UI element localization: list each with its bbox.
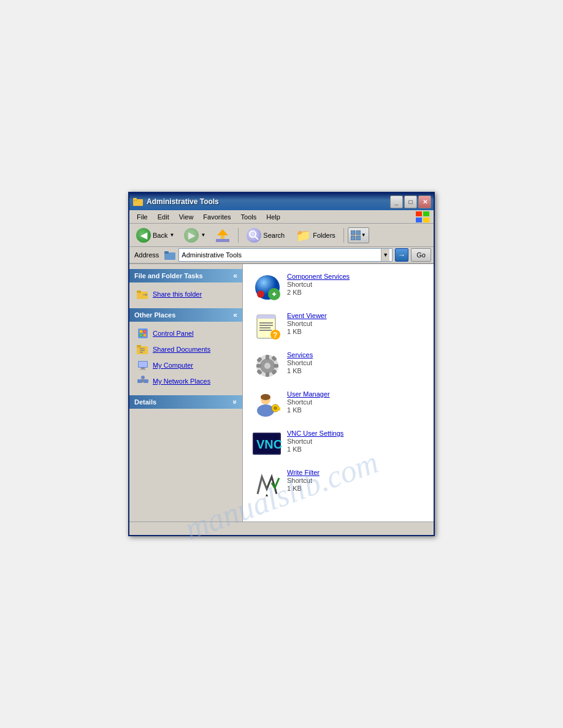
- event-viewer-type: Shortcut: [287, 320, 327, 327]
- svg-rect-15: [356, 236, 361, 240]
- svg-rect-4: [423, 211, 429, 216]
- vnc-name[interactable]: VNC User Settings: [287, 430, 343, 437]
- address-input-wrapper: ▼: [178, 248, 393, 262]
- address-input[interactable]: [182, 251, 378, 259]
- address-dropdown[interactable]: ▼: [381, 249, 389, 261]
- user-manager-info: User Manager Shortcut 1 KB: [287, 390, 330, 414]
- menu-favorites[interactable]: Favorites: [198, 212, 236, 222]
- go-arrow-button[interactable]: →: [395, 248, 408, 262]
- svg-rect-28: [140, 350, 145, 351]
- services-info: Services Shortcut 1 KB: [287, 351, 313, 374]
- address-label: Address: [132, 251, 161, 259]
- file-folder-tasks-header[interactable]: File and Folder Tasks «: [129, 269, 242, 282]
- file-folder-tasks-title: File and Folder Tasks: [134, 272, 203, 279]
- svg-rect-33: [140, 369, 146, 370]
- menu-file[interactable]: File: [132, 212, 153, 222]
- share-folder-link[interactable]: Share this folder: [134, 286, 237, 302]
- file-item-event-viewer[interactable]: ? Event Viewer Shortcut 1 KB: [248, 308, 429, 345]
- user-manager-name[interactable]: User Manager: [287, 390, 330, 398]
- other-places-title: Other Places: [134, 311, 175, 319]
- services-icon: [253, 351, 282, 381]
- svg-point-65: [261, 394, 270, 400]
- svg-point-10: [250, 231, 256, 237]
- file-item-user-manager[interactable]: User Manager Shortcut 1 KB: [248, 387, 429, 423]
- details-header[interactable]: Details: [129, 395, 242, 409]
- other-places-section: Other Places «: [129, 308, 242, 392]
- other-places-content: Control Panel: [129, 323, 242, 392]
- file-item-vnc[interactable]: VNC VNC User Settings Shortcut 1 KB: [248, 426, 429, 463]
- minimize-button[interactable]: _: [390, 195, 403, 208]
- menu-edit[interactable]: Edit: [153, 212, 174, 222]
- svg-rect-9: [216, 239, 229, 242]
- up-icon: [215, 228, 230, 243]
- component-services-name[interactable]: Component Services: [287, 273, 350, 280]
- menu-view[interactable]: View: [174, 212, 199, 222]
- folders-label: Folders: [313, 232, 335, 239]
- component-services-icon: [253, 273, 282, 302]
- write-filter-name[interactable]: Write Filter: [287, 469, 320, 476]
- search-label: Search: [263, 232, 285, 239]
- services-name[interactable]: Services: [287, 351, 313, 358]
- my-computer-link[interactable]: My Computer: [134, 357, 237, 373]
- menu-help[interactable]: Help: [261, 212, 285, 222]
- svg-rect-32: [141, 368, 145, 369]
- back-icon: ◀: [136, 228, 151, 243]
- explorer-window: Administrative Tools _ □ ✕ File Edit Vie…: [128, 192, 435, 536]
- vnc-size: 1 KB: [287, 446, 343, 453]
- other-places-collapse-icon: «: [233, 311, 237, 319]
- svg-point-54: [264, 363, 270, 369]
- svg-point-43: [257, 290, 264, 298]
- svg-rect-34: [137, 379, 142, 383]
- svg-rect-12: [351, 230, 355, 235]
- svg-rect-19: [137, 290, 141, 293]
- svg-rect-58: [274, 364, 278, 368]
- toolbar-sep-2: [343, 228, 344, 243]
- svg-rect-13: [356, 230, 361, 235]
- menu-tools[interactable]: Tools: [236, 212, 262, 222]
- search-button[interactable]: Search: [242, 226, 289, 245]
- svg-rect-20: [138, 328, 148, 338]
- back-button[interactable]: ◀ Back ▼: [132, 226, 178, 245]
- title-bar-left: Administrative Tools: [133, 197, 219, 207]
- svg-rect-45: [257, 315, 275, 319]
- control-panel-label: Control Panel: [153, 330, 194, 337]
- svg-rect-31: [139, 362, 147, 367]
- svg-rect-5: [416, 218, 422, 222]
- svg-marker-73: [266, 494, 268, 496]
- details-title: Details: [134, 398, 156, 406]
- maximize-button[interactable]: □: [404, 195, 417, 208]
- svg-rect-55: [266, 355, 269, 360]
- control-panel-link[interactable]: Control Panel: [134, 325, 237, 341]
- file-item-component-services[interactable]: Component Services Shortcut 2 KB: [248, 269, 429, 306]
- go-button[interactable]: Go: [411, 248, 431, 262]
- menu-bar: File Edit View Favorites Tools Help: [129, 210, 434, 224]
- window-title: Administrative Tools: [147, 197, 219, 206]
- vnc-type: Shortcut: [287, 438, 343, 445]
- svg-point-67: [274, 406, 277, 410]
- forward-button[interactable]: ▶ ▼: [181, 226, 209, 245]
- vnc-icon: VNC: [253, 430, 282, 459]
- close-button[interactable]: ✕: [418, 195, 431, 208]
- other-places-header[interactable]: Other Places «: [129, 308, 242, 322]
- svg-rect-56: [266, 372, 269, 377]
- svg-rect-38: [142, 378, 144, 382]
- svg-point-22: [144, 330, 147, 333]
- views-button[interactable]: ▼: [348, 227, 369, 243]
- right-panel: Component Services Shortcut 2 KB: [243, 264, 434, 521]
- user-manager-type: Shortcut: [287, 398, 330, 406]
- file-item-write-filter[interactable]: Write Filter Shortcut 1 KB: [248, 465, 429, 502]
- svg-rect-42: [274, 292, 275, 296]
- back-label: Back: [153, 232, 167, 239]
- up-button[interactable]: [211, 226, 234, 245]
- share-folder-icon: [137, 288, 149, 300]
- shared-documents-link[interactable]: Shared Documents: [134, 341, 237, 357]
- my-network-places-link[interactable]: My Network Places: [134, 373, 237, 389]
- svg-rect-68: [278, 408, 280, 409]
- event-viewer-size: 1 KB: [287, 328, 327, 335]
- title-bar: Administrative Tools _ □ ✕: [129, 193, 434, 210]
- file-item-services[interactable]: Services Shortcut 1 KB: [248, 347, 429, 384]
- event-viewer-name[interactable]: Event Viewer: [287, 312, 327, 319]
- shared-documents-label: Shared Documents: [153, 346, 210, 353]
- folders-button[interactable]: 📁 Folders: [291, 226, 340, 245]
- user-manager-icon: [253, 390, 282, 420]
